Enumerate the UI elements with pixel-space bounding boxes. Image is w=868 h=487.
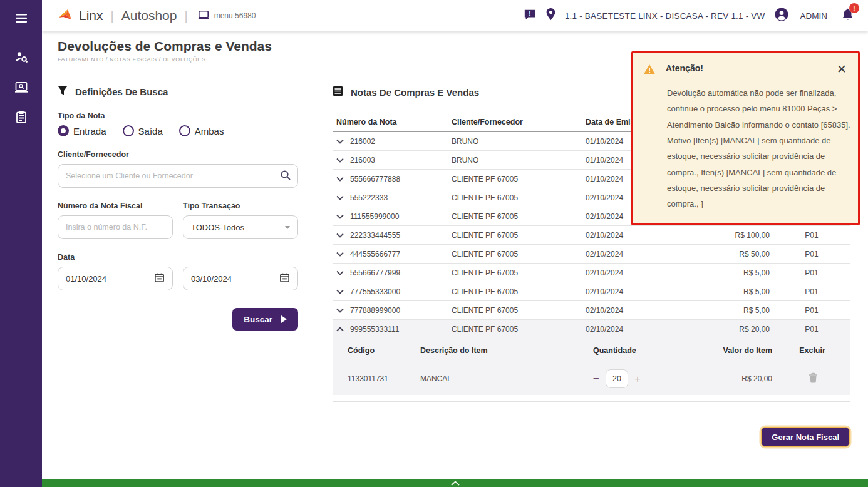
table-row[interactable]: 444555666777 CLIENTE PF 67005 02/10/2024… bbox=[333, 245, 850, 264]
quantity-stepper: − + bbox=[593, 369, 700, 388]
item-descricao: MANCAL bbox=[420, 374, 593, 383]
chevron-down-icon bbox=[285, 226, 290, 229]
tipo-nota-radio-group: Entrada Saída Ambas bbox=[58, 125, 298, 136]
date-end-input[interactable]: 03/10/2024 bbox=[183, 267, 298, 290]
col-quantidade: Quantidade bbox=[593, 346, 700, 355]
svg-text:!: ! bbox=[529, 10, 530, 17]
search-filters-panel: Definições De Busca Tipo da Nota Entrada… bbox=[42, 69, 318, 479]
table-row-expanded[interactable]: 999555333111 CLIENTE PF 67005 02/10/2024… bbox=[333, 320, 850, 339]
table-row[interactable]: 222333444555 CLIENTE PF 67005 02/10/2024… bbox=[333, 226, 850, 245]
detail-item-row: 1133011731 MANCAL − + R$ 20,00 bbox=[333, 362, 850, 395]
chevron-down-icon[interactable] bbox=[336, 308, 344, 313]
laptop-icon bbox=[197, 10, 210, 21]
linx-logo-icon bbox=[58, 7, 74, 24]
detail-header-row: Código Descrição do Item Quantidade Valo… bbox=[333, 339, 849, 362]
calendar-icon[interactable] bbox=[154, 272, 165, 285]
numero-nf-label: Número da Nota Fiscal bbox=[58, 202, 173, 210]
item-valor: R$ 20,00 bbox=[700, 374, 776, 383]
gerar-nota-fiscal-button[interactable]: Gerar Nota Fiscal bbox=[761, 427, 850, 447]
notification-badge: ! bbox=[849, 3, 859, 13]
brand-name: Linx bbox=[79, 8, 103, 23]
chevron-down-icon[interactable] bbox=[336, 252, 344, 257]
notas-title: Notas De Compras E Vendas bbox=[351, 87, 479, 98]
hamburger-menu-icon[interactable] bbox=[13, 10, 29, 26]
cliente-label: Cliente/Fornecedor bbox=[58, 150, 298, 159]
col-descricao: Descrição do Item bbox=[420, 346, 593, 355]
plus-icon[interactable]: + bbox=[634, 374, 641, 384]
notifications-bell-icon[interactable]: ! bbox=[841, 8, 854, 24]
tipo-transacao-select[interactable]: TODOS-Todos bbox=[183, 215, 298, 239]
col-numero: Número da Nota bbox=[333, 118, 452, 126]
table-row[interactable]: 777555333000 CLIENTE PF 67005 02/10/2024… bbox=[333, 282, 850, 301]
chevron-down-icon[interactable] bbox=[336, 289, 344, 294]
store-location-text: 1.1 - BASETESTE LINX - DISCASA - REV 1.1… bbox=[565, 11, 765, 21]
minus-icon[interactable]: − bbox=[593, 374, 599, 384]
col-codigo: Código bbox=[348, 346, 420, 355]
product-name: Autoshop bbox=[121, 8, 177, 23]
calendar-icon[interactable] bbox=[279, 272, 290, 285]
location-pin-icon[interactable] bbox=[545, 8, 556, 24]
date-start-input[interactable]: 01/10/2024 bbox=[58, 267, 173, 290]
filter-funnel-icon bbox=[58, 86, 68, 98]
radio-saida[interactable]: Saída bbox=[123, 125, 163, 136]
username-text: ADMIN bbox=[800, 11, 828, 21]
topbar: Linx | Autoshop | menu 56980 ! 1.1 - BAS… bbox=[42, 0, 868, 31]
clipboard-icon[interactable] bbox=[13, 109, 29, 125]
list-icon bbox=[333, 86, 343, 98]
person-search-icon[interactable] bbox=[13, 49, 29, 65]
radio-dot-icon bbox=[58, 125, 69, 136]
chevron-down-icon[interactable] bbox=[336, 139, 344, 144]
chevron-up-icon[interactable] bbox=[336, 327, 344, 332]
sidebar bbox=[0, 0, 42, 487]
data-label: Data bbox=[58, 253, 298, 262]
menu-indicator[interactable]: menu 56980 bbox=[197, 10, 256, 21]
close-icon[interactable]: ✕ bbox=[837, 63, 847, 75]
chevron-up-icon bbox=[451, 481, 460, 486]
trash-icon bbox=[809, 372, 818, 383]
footer-expand-bar[interactable] bbox=[42, 479, 868, 487]
table-row[interactable]: 555666777999 CLIENTE PF 67005 02/10/2024… bbox=[333, 264, 850, 282]
item-codigo: 1133011731 bbox=[348, 374, 420, 383]
filters-title: Definições De Busca bbox=[75, 86, 168, 97]
chevron-down-icon[interactable] bbox=[336, 158, 344, 163]
buscar-button[interactable]: Buscar bbox=[232, 308, 298, 331]
col-cliente: Cliente/Fornecedor bbox=[452, 118, 586, 126]
radio-dot-icon bbox=[179, 125, 190, 136]
table-bottom-divider bbox=[333, 401, 850, 402]
table-row[interactable]: 777888999000 CLIENTE PF 67005 02/10/2024… bbox=[333, 301, 850, 320]
delete-item-button[interactable] bbox=[776, 372, 850, 385]
screen-search-icon[interactable] bbox=[13, 79, 29, 95]
menu-label: menu 56980 bbox=[214, 11, 256, 20]
chevron-down-icon[interactable] bbox=[336, 177, 344, 182]
play-icon bbox=[281, 315, 287, 323]
col-valor-item: Valor do Item bbox=[700, 346, 776, 355]
chevron-down-icon[interactable] bbox=[336, 195, 344, 200]
alert-title: Atenção! bbox=[666, 63, 837, 73]
quantity-input[interactable] bbox=[606, 369, 628, 388]
warning-triangle-icon bbox=[643, 64, 656, 78]
feedback-chat-icon[interactable]: ! bbox=[523, 8, 537, 23]
chevron-down-icon[interactable] bbox=[336, 233, 344, 238]
tipo-transacao-label: Tipo Transação bbox=[183, 202, 298, 210]
avatar[interactable] bbox=[774, 7, 789, 24]
numero-nf-input[interactable] bbox=[58, 215, 173, 239]
radio-dot-icon bbox=[123, 125, 134, 136]
tipo-nota-label: Tipo da Nota bbox=[58, 111, 298, 120]
search-icon[interactable] bbox=[280, 170, 291, 183]
expanded-row-block: 999555333111 CLIENTE PF 67005 02/10/2024… bbox=[333, 320, 850, 395]
chevron-down-icon[interactable] bbox=[336, 214, 344, 219]
chevron-down-icon[interactable] bbox=[336, 270, 344, 275]
radio-ambas[interactable]: Ambas bbox=[179, 125, 224, 136]
col-excluir: Excluir bbox=[776, 346, 849, 355]
divider: | bbox=[184, 9, 187, 23]
radio-entrada[interactable]: Entrada bbox=[58, 125, 106, 136]
divider: | bbox=[111, 9, 114, 23]
cliente-fornecedor-input[interactable] bbox=[58, 164, 298, 188]
attention-alert: Atenção! ✕ Devolução automática não pode… bbox=[631, 51, 860, 225]
alert-message: Devolução automática não pode ser finali… bbox=[667, 85, 854, 212]
